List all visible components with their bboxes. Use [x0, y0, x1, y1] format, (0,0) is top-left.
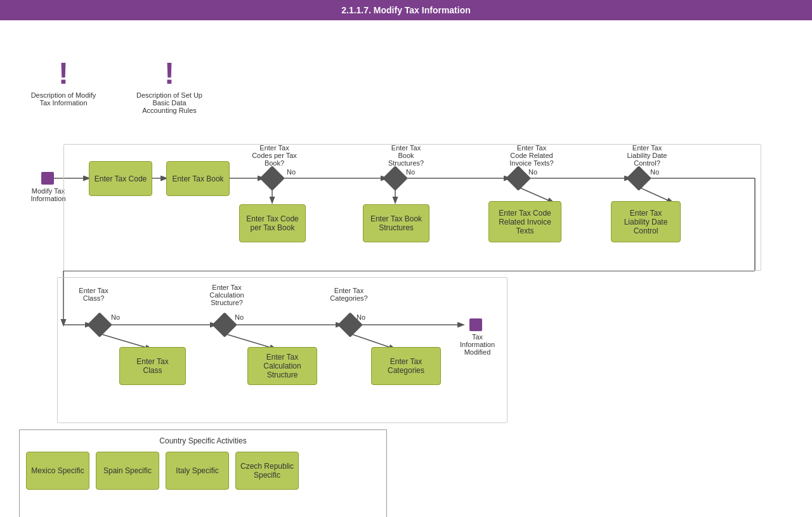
country-specific-title: Country Specific Activities [20, 436, 386, 445]
country-specific-container: Country Specific Activities Mexico Speci… [19, 429, 387, 517]
q-tax-book-structures-label: Enter TaxBookStructures? [381, 144, 431, 167]
exclamation-icon-2: ! [164, 58, 174, 89]
no-label-1: No [287, 168, 296, 176]
start-node [41, 172, 54, 185]
enter-tax-codes-per-tax-book-box[interactable]: Enter Tax Code per Tax Book [239, 204, 306, 242]
enter-tax-calculation-structure-box[interactable]: Enter Tax Calculation Structure [247, 347, 317, 385]
end-label: TaxInformationModified [457, 333, 498, 356]
spain-specific-box[interactable]: Spain Specific [96, 452, 159, 490]
enter-tax-book-box[interactable]: Enter Tax Book [166, 161, 230, 196]
enter-tax-code-box[interactable]: Enter Tax Code [89, 161, 152, 196]
desc-setup-accounting-label: Description of Set Up Basic Data Account… [136, 91, 202, 114]
no-label-4: No [650, 168, 659, 176]
no-label-7: No [357, 313, 365, 321]
enter-tax-liability-date-control-box[interactable]: Enter Tax Liability Date Control [611, 201, 681, 242]
q-tax-liability-label: Enter TaxLiability DateControl? [619, 144, 676, 167]
exclamation-icon-1: ! [58, 58, 69, 89]
no-label-2: No [406, 168, 415, 176]
enter-tax-class-box[interactable]: Enter Tax Class [119, 347, 186, 385]
desc-setup-accounting: ! Description of Set Up Basic Data Accou… [131, 58, 207, 114]
enter-tax-categories-box[interactable]: Enter Tax Categories [371, 347, 441, 385]
italy-specific-box[interactable]: Italy Specific [166, 452, 229, 490]
q-tax-codes-per-book-label: Enter TaxCodes per TaxBook? [247, 144, 301, 167]
q-tax-class-label: Enter TaxClass? [70, 287, 117, 302]
q-tax-categories-label: Enter TaxCategories? [324, 287, 374, 302]
enter-tax-code-related-invoice-texts-box[interactable]: Enter Tax Code Related Invoice Texts [488, 201, 561, 242]
desc-modify-tax-label: Description of Modify Tax Information [25, 91, 102, 107]
title-bar: 2.1.1.7. Modify Tax Information [0, 0, 812, 20]
mexico-specific-box[interactable]: Mexico Specific [26, 452, 89, 490]
q-tax-calculation-label: Enter TaxCalculationStructure? [200, 284, 254, 306]
q-tax-code-related-label: Enter TaxCode RelatedInvoice Texts? [503, 144, 560, 167]
desc-modify-tax: ! Description of Modify Tax Information [25, 58, 102, 107]
end-node [469, 318, 482, 331]
no-label-6: No [235, 313, 244, 321]
czech-republic-specific-box[interactable]: Czech Republic Specific [235, 452, 299, 490]
no-label-3: No [528, 168, 537, 176]
start-label: Modify TaxInformation [29, 187, 67, 202]
page-title: 2.1.1.7. Modify Tax Information [341, 5, 471, 15]
no-label-5: No [111, 313, 120, 321]
enter-tax-book-structures-box[interactable]: Enter Tax Book Structures [363, 204, 429, 242]
